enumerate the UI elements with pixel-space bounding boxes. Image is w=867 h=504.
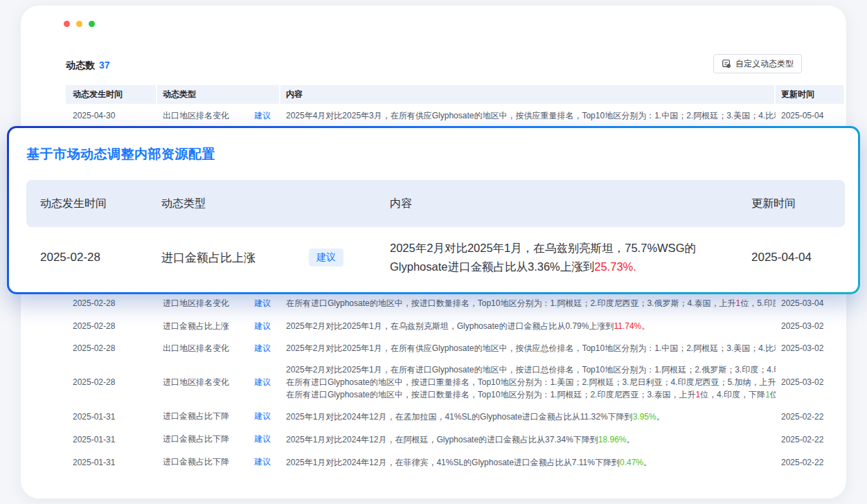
row-content-line: 2025年1月对比2024年12月，在菲律宾，41%SL的Glyphosate进… bbox=[286, 456, 776, 469]
row-content: 2025年4月对比2025年3月，在所有供应Glyphosate的地区中，按供应… bbox=[280, 109, 776, 122]
content-segment: 在所有进口Glyphosate的地区中，按进口重量排名，Top10地区分别为：1… bbox=[286, 377, 776, 387]
row-content-line: 2025年1月对比2024年12月，在孟加拉国，41%SL的Glyphosate… bbox=[286, 411, 776, 423]
content-segment: 18.96% bbox=[598, 435, 627, 444]
row-updated: 2025-02-22 bbox=[776, 458, 843, 467]
row-type-label: 进口金额占比上涨 bbox=[163, 321, 229, 332]
row-content: 2025年1月对比2024年12月，在孟加拉国，41%SL的Glyphosate… bbox=[280, 411, 776, 423]
row-content-line: 2025年4月对比2025年3月，在所有供应Glyphosate的地区中，按供应… bbox=[286, 109, 776, 122]
table-body-top: 2025-04-30出口地区排名变化建议2025年4月对比2025年3月，在所有… bbox=[66, 104, 843, 127]
zoom-window-button[interactable] bbox=[89, 21, 95, 27]
overlay-title: 基于市场动态调整内部资源配置 bbox=[26, 145, 215, 163]
row-content: 2025年2月对比2025年1月，在所有供应Glyphosate的地区中，按供应… bbox=[280, 342, 776, 354]
content-segment: 2025年2月对比2025年1月，在所有供应Glyphosate的地区中，按供应… bbox=[286, 343, 776, 353]
row-content: 在所有进口Glyphosate的地区中，按进口数量排名，Top10地区分别为：1… bbox=[280, 297, 776, 309]
content-segment: 2025年1月对比2024年12月，在阿根廷，Glyphosate的进口金额占比… bbox=[286, 435, 598, 444]
content-segment: 2025年2月对比2025年1月，在乌兹别亮斯坦，75.7%WSG的Glypho… bbox=[390, 242, 696, 273]
suggestion-badge[interactable]: 建议 bbox=[309, 249, 343, 267]
table-row: 2025-01-31进口金额占比下降建议2025年1月对比2024年12月，在孟… bbox=[66, 405, 843, 428]
content-segment: 。 bbox=[641, 321, 650, 331]
row-content-line: 2025年1月对比2024年12月，在阿根廷，Glyphosate的进口金额占比… bbox=[286, 433, 776, 446]
customize-dynamic-type-button[interactable]: 自定义动态类型 bbox=[713, 54, 802, 73]
content-segment: 2025年4月对比2025年3月，在所有供应Glyphosate的地区中，按供应… bbox=[286, 111, 776, 120]
row-content-line: 在所有进口Glyphosate的地区中，按进口重量排名，Top10地区分别为：1… bbox=[286, 376, 776, 388]
suggestion-link[interactable]: 建议 bbox=[254, 411, 271, 422]
row-date: 2025-04-30 bbox=[66, 111, 157, 120]
suggestion-link[interactable]: 建议 bbox=[254, 321, 271, 332]
minimize-window-button[interactable] bbox=[76, 21, 82, 27]
overlay-column-update-time: 更新时间 bbox=[726, 197, 845, 211]
content-segment: 2025年2月对比2025年1月，在所有进口Glyphosate的地区中，按进口… bbox=[286, 365, 776, 375]
page-title: 动态数37 bbox=[66, 60, 110, 72]
row-date: 2025-01-31 bbox=[66, 435, 157, 444]
overlay-row-content: 2025年2月对比2025年1月，在乌兹别亮斯坦，75.7%WSG的Glypho… bbox=[376, 239, 726, 276]
table-row: 2025-02-28出口地区排名变化建议2025年2月对比2025年1月，在所有… bbox=[66, 337, 843, 359]
content-segment: 3.95% bbox=[633, 412, 656, 422]
suggestion-link[interactable]: 建议 bbox=[254, 110, 271, 122]
content-segment: 2025年1月对比2024年12月，在菲律宾，41%SL的Glyphosate进… bbox=[286, 458, 620, 467]
dynamics-count-label: 动态数 bbox=[66, 60, 95, 71]
row-updated: 2025-05-04 bbox=[776, 111, 843, 120]
suggestion-link[interactable]: 建议 bbox=[254, 377, 271, 388]
suggestion-link[interactable]: 建议 bbox=[254, 433, 271, 445]
row-date: 2025-01-31 bbox=[66, 458, 157, 467]
row-updated: 2025-03-02 bbox=[776, 321, 843, 331]
row-type-cell: 进口金额占比上涨建议 bbox=[157, 321, 280, 332]
row-updated: 2025-02-22 bbox=[776, 435, 843, 444]
row-date: 2025-02-28 bbox=[66, 298, 157, 308]
content-segment: 。 bbox=[643, 458, 652, 467]
content-segment: 0.47% bbox=[620, 458, 643, 467]
suggestion-link[interactable]: 建议 bbox=[254, 298, 271, 309]
row-content-line: 在所有进口Glyphosate的地区中，按进口数量排名，Top10地区分别为：1… bbox=[286, 297, 776, 309]
row-type-cell: 出口地区排名变化建议 bbox=[157, 343, 280, 354]
column-header-update-time: 更新时间 bbox=[776, 85, 843, 104]
content-segment: 11.74% bbox=[614, 321, 641, 331]
table-row: 2025-04-30出口地区排名变化建议2025年4月对比2025年3月，在所有… bbox=[66, 104, 843, 127]
suggestion-link[interactable]: 建议 bbox=[254, 456, 271, 468]
row-content-line: 2025年2月对比2025年1月，在所有供应Glyphosate的地区中，按供应… bbox=[286, 342, 776, 354]
row-date: 2025-02-28 bbox=[66, 321, 157, 331]
row-content: 2025年1月对比2024年12月，在阿根廷，Glyphosate的进口金额占比… bbox=[280, 433, 776, 446]
content-segment: 25.73%. bbox=[594, 260, 636, 273]
column-header-event-time: 动态发生时间 bbox=[66, 85, 157, 104]
suggestion-link[interactable]: 建议 bbox=[254, 343, 271, 354]
close-window-button[interactable] bbox=[64, 21, 70, 27]
overlay-column-type: 动态类型 bbox=[148, 197, 293, 211]
row-type-cell: 进口金额占比下降建议 bbox=[157, 411, 280, 422]
row-updated: 2025-02-22 bbox=[776, 412, 843, 422]
table-header: 动态发生时间 动态类型 内容 更新时间 bbox=[66, 85, 843, 104]
content-segment: 。 bbox=[627, 435, 635, 444]
overlay-table-header: 动态发生时间 动态类型 内容 更新时间 bbox=[26, 180, 845, 227]
row-content-line: 2025年2月对比2025年1月，在乌兹别克斯坦，Glyphosate的进口金额… bbox=[286, 320, 776, 332]
row-updated: 2025-03-02 bbox=[776, 377, 843, 387]
content-segment: 位，5.印度，下降 bbox=[740, 298, 776, 308]
row-updated: 2025-03-04 bbox=[776, 298, 843, 308]
row-updated: 2025-03-02 bbox=[776, 343, 843, 353]
content-segment: 位，5.俄罗斯... bbox=[770, 390, 776, 399]
row-type-cell: 出口地区排名变化建议 bbox=[157, 110, 280, 122]
content-segment: 在所有进口Glyphosate的地区中，按进口数量排名，Top10地区分别为：1… bbox=[286, 390, 695, 399]
column-header-content: 内容 bbox=[280, 85, 776, 104]
content-segment: 位，4.印度，下降 bbox=[700, 390, 765, 399]
row-date: 2025-02-28 bbox=[66, 377, 157, 387]
table-body-bottom: 2025-02-28进口地区排名变化建议在所有进口Glyphosate的地区中，… bbox=[66, 291, 843, 474]
content-segment: 在所有进口Glyphosate的地区中，按进口数量排名，Top10地区分别为：1… bbox=[286, 298, 735, 308]
dynamics-count-value: 37 bbox=[99, 60, 110, 71]
table-row: 2025-01-31进口金额占比下降建议2025年1月对比2024年12月，在菲… bbox=[66, 451, 843, 474]
row-type-cell: 进口地区排名变化建议 bbox=[157, 298, 280, 309]
overlay-row-type: 进口金额占比上涨 bbox=[148, 250, 293, 266]
row-type-cell: 进口金额占比下降建议 bbox=[157, 433, 280, 445]
row-type-label: 出口地区排名变化 bbox=[163, 343, 229, 354]
content-segment: 1 bbox=[765, 390, 770, 399]
overlay-row-tag-cell: 建议 bbox=[293, 249, 376, 267]
row-content-line: 2025年2月对比2025年1月，在所有进口Glyphosate的地区中，按进口… bbox=[286, 363, 776, 376]
row-type-label: 进口地区排名变化 bbox=[163, 377, 229, 388]
row-content: 2025年2月对比2025年1月，在乌兹别克斯坦，Glyphosate的进口金额… bbox=[280, 320, 776, 332]
overlay-column-event-time: 动态发生时间 bbox=[26, 197, 148, 211]
window-controls bbox=[64, 21, 95, 27]
table-row: 2025-02-28进口金额占比上涨建议2025年2月对比2025年1月，在乌兹… bbox=[66, 315, 843, 337]
row-content: 2025年2月对比2025年1月，在所有进口Glyphosate的地区中，按进口… bbox=[280, 363, 776, 401]
overlay-row-updated: 2025-04-04 bbox=[726, 251, 845, 264]
content-segment: 2025年2月对比2025年1月，在乌兹别克斯坦，Glyphosate的进口金额… bbox=[286, 321, 614, 331]
highlight-overlay-inner: 基于市场动态调整内部资源配置 动态发生时间 动态类型 内容 更新时间 2025-… bbox=[9, 128, 858, 292]
row-date: 2025-02-28 bbox=[66, 343, 157, 353]
